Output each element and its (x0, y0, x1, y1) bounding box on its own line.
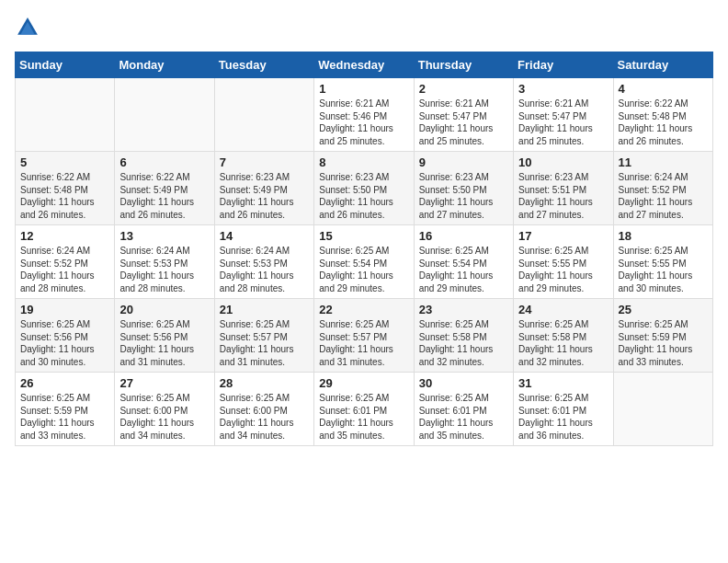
day-cell: 21Sunrise: 6:25 AM Sunset: 5:57 PM Dayli… (214, 299, 313, 373)
day-number: 14 (220, 229, 309, 243)
day-info: Sunrise: 6:25 AM Sunset: 5:57 PM Dayligh… (319, 318, 408, 368)
day-cell: 28Sunrise: 6:25 AM Sunset: 6:00 PM Dayli… (214, 373, 313, 446)
day-number: 13 (119, 229, 209, 243)
day-info: Sunrise: 6:23 AM Sunset: 5:51 PM Dayligh… (518, 171, 608, 221)
day-number: 24 (518, 303, 608, 316)
week-row-3: 19Sunrise: 6:25 AM Sunset: 5:56 PM Dayli… (16, 299, 713, 373)
day-cell: 18Sunrise: 6:25 AM Sunset: 5:55 PM Dayli… (613, 225, 712, 299)
day-info: Sunrise: 6:25 AM Sunset: 5:56 PM Dayligh… (20, 318, 109, 368)
day-info: Sunrise: 6:25 AM Sunset: 5:58 PM Dayligh… (518, 318, 608, 368)
day-number: 12 (20, 229, 109, 243)
day-info: Sunrise: 6:24 AM Sunset: 5:53 PM Dayligh… (220, 245, 309, 294)
day-info: Sunrise: 6:25 AM Sunset: 6:01 PM Dayligh… (419, 392, 508, 442)
day-cell: 3Sunrise: 6:21 AM Sunset: 5:47 PM Daylig… (514, 78, 613, 152)
day-info: Sunrise: 6:22 AM Sunset: 5:48 PM Dayligh… (20, 171, 109, 221)
day-number: 17 (518, 229, 608, 243)
day-cell: 10Sunrise: 6:23 AM Sunset: 5:51 PM Dayli… (514, 152, 613, 225)
day-info: Sunrise: 6:25 AM Sunset: 6:01 PM Dayligh… (518, 392, 608, 442)
day-info: Sunrise: 6:22 AM Sunset: 5:49 PM Dayligh… (119, 171, 209, 221)
day-cell: 15Sunrise: 6:25 AM Sunset: 5:54 PM Dayli… (314, 225, 414, 299)
day-number: 25 (619, 303, 708, 316)
week-row-2: 12Sunrise: 6:24 AM Sunset: 5:52 PM Dayli… (16, 225, 713, 299)
day-info: Sunrise: 6:23 AM Sunset: 5:50 PM Dayligh… (419, 171, 508, 221)
day-info: Sunrise: 6:24 AM Sunset: 5:53 PM Dayligh… (119, 245, 209, 294)
day-number: 18 (619, 229, 708, 243)
day-info: Sunrise: 6:25 AM Sunset: 6:01 PM Dayligh… (319, 392, 408, 442)
day-number: 27 (119, 376, 209, 390)
day-cell: 4Sunrise: 6:22 AM Sunset: 5:48 PM Daylig… (613, 78, 712, 152)
day-cell: 6Sunrise: 6:22 AM Sunset: 5:49 PM Daylig… (115, 152, 214, 225)
day-number: 7 (220, 155, 309, 169)
day-number: 23 (419, 303, 508, 316)
day-number: 9 (419, 155, 508, 169)
day-cell (214, 78, 313, 152)
day-info: Sunrise: 6:24 AM Sunset: 5:52 PM Dayligh… (20, 245, 109, 294)
day-info: Sunrise: 6:25 AM Sunset: 5:55 PM Dayligh… (518, 245, 608, 294)
day-cell: 19Sunrise: 6:25 AM Sunset: 5:56 PM Dayli… (16, 299, 115, 373)
day-number: 6 (119, 155, 209, 169)
day-number: 1 (319, 82, 408, 96)
day-info: Sunrise: 6:23 AM Sunset: 5:50 PM Dayligh… (319, 171, 408, 221)
day-number: 30 (419, 376, 508, 390)
day-info: Sunrise: 6:25 AM Sunset: 5:58 PM Dayligh… (419, 318, 508, 368)
day-info: Sunrise: 6:23 AM Sunset: 5:49 PM Dayligh… (220, 171, 309, 221)
day-cell: 5Sunrise: 6:22 AM Sunset: 5:48 PM Daylig… (16, 152, 115, 225)
day-number: 3 (518, 82, 608, 96)
day-info: Sunrise: 6:25 AM Sunset: 5:54 PM Dayligh… (319, 245, 408, 294)
day-cell: 23Sunrise: 6:25 AM Sunset: 5:58 PM Dayli… (414, 299, 513, 373)
day-cell: 13Sunrise: 6:24 AM Sunset: 5:53 PM Dayli… (115, 225, 214, 299)
day-cell: 16Sunrise: 6:25 AM Sunset: 5:54 PM Dayli… (414, 225, 513, 299)
calendar-table: SundayMondayTuesdayWednesdayThursdayFrid… (15, 52, 713, 446)
day-cell: 31Sunrise: 6:25 AM Sunset: 6:01 PM Dayli… (514, 373, 613, 446)
day-info: Sunrise: 6:25 AM Sunset: 5:54 PM Dayligh… (419, 245, 508, 294)
day-cell: 11Sunrise: 6:24 AM Sunset: 5:52 PM Dayli… (613, 152, 712, 225)
page-header (15, 15, 713, 40)
day-cell: 20Sunrise: 6:25 AM Sunset: 5:56 PM Dayli… (115, 299, 214, 373)
weekday-header-monday: Monday (115, 52, 214, 78)
day-cell: 24Sunrise: 6:25 AM Sunset: 5:58 PM Dayli… (514, 299, 613, 373)
day-cell: 7Sunrise: 6:23 AM Sunset: 5:49 PM Daylig… (214, 152, 313, 225)
weekday-header-sunday: Sunday (16, 52, 115, 78)
weekday-header-saturday: Saturday (613, 52, 712, 78)
day-cell: 12Sunrise: 6:24 AM Sunset: 5:52 PM Dayli… (16, 225, 115, 299)
day-info: Sunrise: 6:25 AM Sunset: 6:00 PM Dayligh… (220, 392, 309, 442)
day-number: 19 (20, 303, 109, 316)
day-cell: 29Sunrise: 6:25 AM Sunset: 6:01 PM Dayli… (314, 373, 414, 446)
day-info: Sunrise: 6:25 AM Sunset: 5:56 PM Dayligh… (119, 318, 209, 368)
weekday-header-friday: Friday (514, 52, 613, 78)
day-cell: 2Sunrise: 6:21 AM Sunset: 5:47 PM Daylig… (414, 78, 513, 152)
day-number: 31 (518, 376, 608, 390)
week-row-0: 1Sunrise: 6:21 AM Sunset: 5:46 PM Daylig… (16, 78, 713, 152)
day-info: Sunrise: 6:21 AM Sunset: 5:47 PM Dayligh… (419, 98, 508, 147)
day-info: Sunrise: 6:21 AM Sunset: 5:46 PM Dayligh… (319, 98, 408, 147)
logo-icon (15, 15, 40, 40)
day-cell: 22Sunrise: 6:25 AM Sunset: 5:57 PM Dayli… (314, 299, 414, 373)
day-cell: 14Sunrise: 6:24 AM Sunset: 5:53 PM Dayli… (214, 225, 313, 299)
day-info: Sunrise: 6:25 AM Sunset: 6:00 PM Dayligh… (119, 392, 209, 442)
weekday-header-tuesday: Tuesday (214, 52, 313, 78)
day-cell (16, 78, 115, 152)
day-info: Sunrise: 6:25 AM Sunset: 5:57 PM Dayligh… (220, 318, 309, 368)
day-info: Sunrise: 6:25 AM Sunset: 5:59 PM Dayligh… (619, 318, 708, 368)
day-cell (613, 373, 712, 446)
day-cell: 17Sunrise: 6:25 AM Sunset: 5:55 PM Dayli… (514, 225, 613, 299)
week-row-4: 26Sunrise: 6:25 AM Sunset: 5:59 PM Dayli… (16, 373, 713, 446)
day-info: Sunrise: 6:24 AM Sunset: 5:52 PM Dayligh… (619, 171, 708, 221)
weekday-header-row: SundayMondayTuesdayWednesdayThursdayFrid… (16, 52, 713, 78)
day-number: 15 (319, 229, 408, 243)
day-number: 10 (518, 155, 608, 169)
day-number: 26 (20, 376, 109, 390)
day-cell: 25Sunrise: 6:25 AM Sunset: 5:59 PM Dayli… (613, 299, 712, 373)
day-number: 8 (319, 155, 408, 169)
day-cell: 30Sunrise: 6:25 AM Sunset: 6:01 PM Dayli… (414, 373, 513, 446)
day-number: 20 (119, 303, 209, 316)
week-row-1: 5Sunrise: 6:22 AM Sunset: 5:48 PM Daylig… (16, 152, 713, 225)
day-cell (115, 78, 214, 152)
weekday-header-thursday: Thursday (414, 52, 513, 78)
day-cell: 9Sunrise: 6:23 AM Sunset: 5:50 PM Daylig… (414, 152, 513, 225)
day-number: 4 (619, 82, 708, 96)
day-cell: 26Sunrise: 6:25 AM Sunset: 5:59 PM Dayli… (16, 373, 115, 446)
day-cell: 1Sunrise: 6:21 AM Sunset: 5:46 PM Daylig… (314, 78, 414, 152)
day-info: Sunrise: 6:25 AM Sunset: 5:59 PM Dayligh… (20, 392, 109, 442)
day-cell: 8Sunrise: 6:23 AM Sunset: 5:50 PM Daylig… (314, 152, 414, 225)
